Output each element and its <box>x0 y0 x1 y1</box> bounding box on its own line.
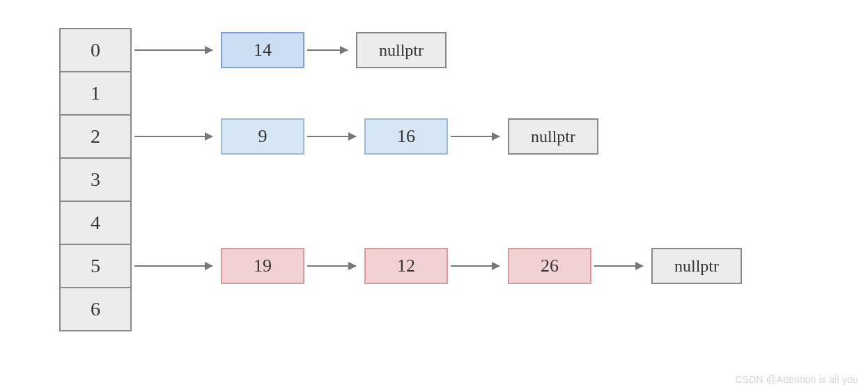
arrow <box>594 265 643 267</box>
bucket-6: 6 <box>59 287 132 331</box>
bucket-array: 0 1 2 3 4 5 6 <box>59 28 132 331</box>
bucket-5: 5 <box>59 244 132 288</box>
null-node: nullptr <box>651 248 742 284</box>
arrow <box>307 136 356 137</box>
arrow <box>307 49 348 51</box>
bucket-1: 1 <box>59 71 132 116</box>
chain-node: 19 <box>221 248 304 284</box>
chain-node: 9 <box>221 118 304 155</box>
null-node: nullptr <box>508 118 598 155</box>
arrow <box>134 265 212 267</box>
chain-node: 16 <box>364 118 448 155</box>
chain-node: 26 <box>508 248 591 284</box>
chain-node: 14 <box>221 32 304 68</box>
bucket-4: 4 <box>59 201 132 245</box>
watermark: CSDN @Attention is all you <box>735 374 858 385</box>
arrow <box>134 136 212 137</box>
arrow <box>134 49 212 51</box>
arrow <box>307 265 356 267</box>
arrow <box>451 136 499 137</box>
arrow <box>451 265 499 267</box>
chain-node: 12 <box>364 248 448 284</box>
bucket-3: 3 <box>59 157 132 202</box>
null-node: nullptr <box>356 32 447 68</box>
bucket-0: 0 <box>59 28 132 72</box>
bucket-2: 2 <box>59 114 132 159</box>
